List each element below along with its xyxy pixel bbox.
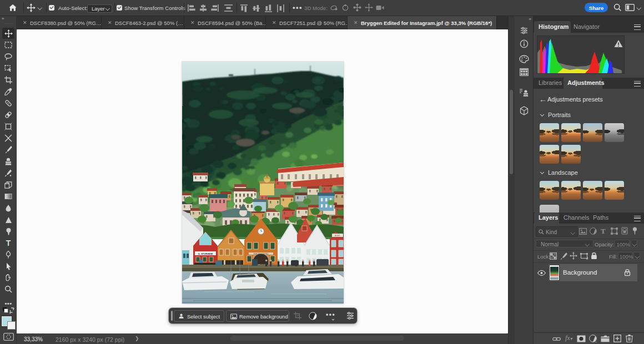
- svg-text:BORT: BORT: [335, 235, 341, 237]
- svg-text:G. STORHEIM: G. STORHEIM: [198, 252, 213, 255]
